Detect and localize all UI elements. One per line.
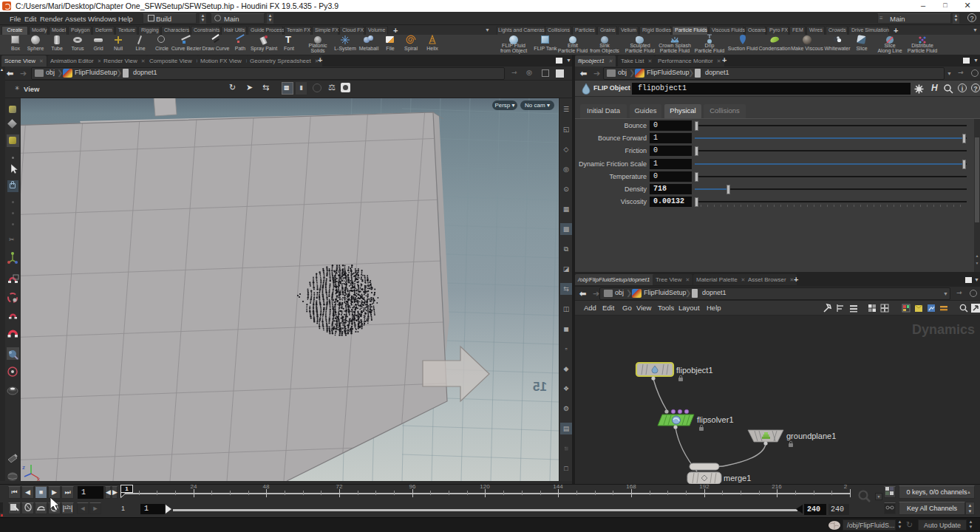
- svg-text:z: z: [22, 464, 25, 471]
- svg-text:flipobject1: flipobject1: [676, 366, 713, 375]
- svg-text:x: x: [37, 476, 40, 481]
- svg-text:15: 15: [533, 380, 547, 394]
- svg-text:groundplane1: groundplane1: [786, 432, 836, 440]
- svg-text:merge1: merge1: [724, 474, 751, 482]
- svg-text:flipsolver1: flipsolver1: [697, 415, 734, 424]
- svg-text:Dynamics: Dynamics: [912, 322, 975, 337]
